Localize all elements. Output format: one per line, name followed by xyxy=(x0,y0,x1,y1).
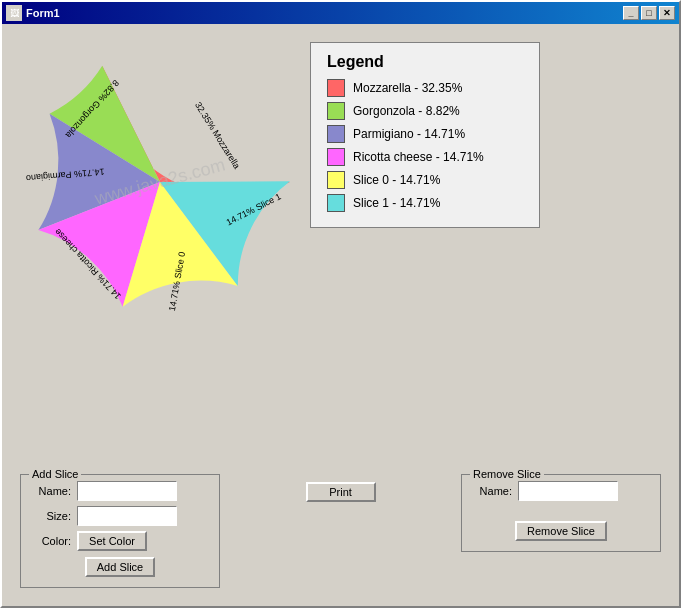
legend-box: Legend Mozzarella - 32.35%Gorgonzola - 8… xyxy=(310,42,540,228)
legend-item: Slice 0 - 14.71% xyxy=(327,171,523,189)
add-slice-legend: Add Slice xyxy=(29,468,81,480)
minimize-button[interactable]: _ xyxy=(623,6,639,20)
legend-color-swatch xyxy=(327,102,345,120)
title-bar: 🖼 Form1 _ □ ✕ xyxy=(2,2,679,24)
remove-name-row: Name: xyxy=(472,481,650,501)
legend-item-label: Parmigiano - 14.71% xyxy=(353,127,465,141)
legend-color-swatch xyxy=(327,194,345,212)
main-window: 🖼 Form1 _ □ ✕ xyxy=(0,0,681,608)
legend-color-swatch xyxy=(327,148,345,166)
remove-slice-legend: Remove Slice xyxy=(470,468,544,480)
legend-item-label: Ricotta cheese - 14.71% xyxy=(353,150,484,164)
color-label: Color: xyxy=(31,535,71,547)
legend-item: Gorgonzola - 8.82% xyxy=(327,102,523,120)
maximize-button[interactable]: □ xyxy=(641,6,657,20)
pie-chart-container: 32.35% Mozzarella 8.82% Gorgonzola 14.71… xyxy=(20,42,300,322)
legend-color-swatch xyxy=(327,171,345,189)
legend-title: Legend xyxy=(327,53,523,71)
size-row: Size: xyxy=(31,506,209,526)
name-row: Name: xyxy=(31,481,209,501)
window-title: Form1 xyxy=(26,7,60,19)
legend-item-label: Slice 0 - 14.71% xyxy=(353,173,440,187)
remove-name-input[interactable] xyxy=(518,481,618,501)
add-name-input[interactable] xyxy=(77,481,177,501)
remove-slice-group: Remove Slice Name: Remove Slice xyxy=(461,474,661,552)
add-slice-group: Add Slice Name: Size: Color: Set Color A… xyxy=(20,474,220,588)
print-button[interactable]: Print xyxy=(306,482,376,502)
bottom-area: Add Slice Name: Size: Color: Set Color A… xyxy=(10,474,671,598)
remove-name-label: Name: xyxy=(472,485,512,497)
remove-slice-button[interactable]: Remove Slice xyxy=(515,521,607,541)
legend-item-label: Gorgonzola - 8.82% xyxy=(353,104,460,118)
legend-item: Mozzarella - 32.35% xyxy=(327,79,523,97)
window-content: 32.35% Mozzarella 8.82% Gorgonzola 14.71… xyxy=(2,24,679,606)
print-btn-container: Print xyxy=(306,474,376,502)
main-area: 32.35% Mozzarella 8.82% Gorgonzola 14.71… xyxy=(10,32,671,474)
title-bar-left: 🖼 Form1 xyxy=(6,5,60,21)
legend-item: Ricotta cheese - 14.71% xyxy=(327,148,523,166)
legend-color-swatch xyxy=(327,125,345,143)
color-row: Color: Set Color xyxy=(31,531,209,551)
add-slice-button[interactable]: Add Slice xyxy=(85,557,155,577)
close-button[interactable]: ✕ xyxy=(659,6,675,20)
set-color-button[interactable]: Set Color xyxy=(77,531,147,551)
window-icon: 🖼 xyxy=(6,5,22,21)
legend-item-label: Slice 1 - 14.71% xyxy=(353,196,440,210)
name-label: Name: xyxy=(31,485,71,497)
svg-text:32.35% Mozzarella: 32.35% Mozzarella xyxy=(193,100,242,170)
title-buttons: _ □ ✕ xyxy=(623,6,675,20)
legend-items: Mozzarella - 32.35%Gorgonzola - 8.82%Par… xyxy=(327,79,523,212)
size-label: Size: xyxy=(31,510,71,522)
legend-item: Parmigiano - 14.71% xyxy=(327,125,523,143)
legend-color-swatch xyxy=(327,79,345,97)
legend-item: Slice 1 - 14.71% xyxy=(327,194,523,212)
add-size-input[interactable] xyxy=(77,506,177,526)
pie-chart: 32.35% Mozzarella 8.82% Gorgonzola 14.71… xyxy=(20,42,300,322)
legend-item-label: Mozzarella - 32.35% xyxy=(353,81,462,95)
